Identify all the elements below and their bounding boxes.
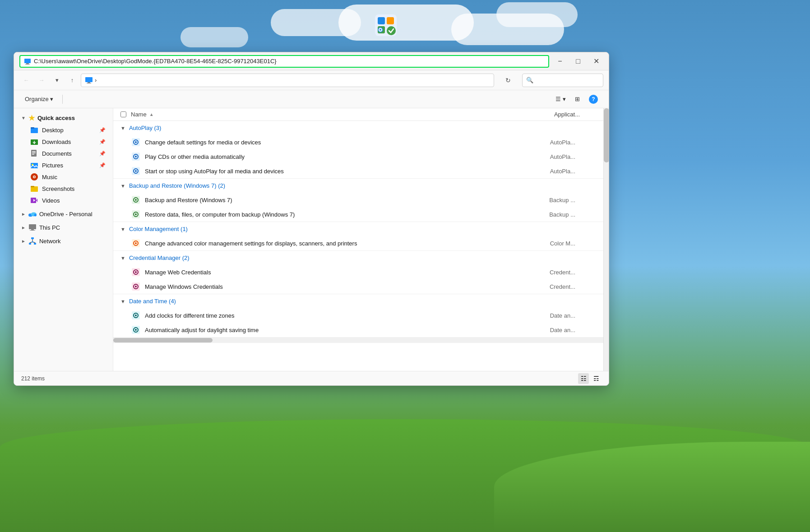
item-label-4-0: Add clocks for different time zones [145, 312, 500, 319]
details-view-icon: ☶ [593, 375, 599, 382]
svg-rect-10 [85, 77, 93, 82]
sidebar-item-documents[interactable]: Documents 📌 [16, 148, 111, 159]
svg-rect-8 [26, 63, 29, 64]
svg-point-69 [135, 315, 137, 316]
svg-point-6 [380, 29, 381, 31]
sidebar-item-pictures[interactable]: Pictures 📌 [16, 159, 111, 171]
history-dropdown-button[interactable]: ▾ [50, 74, 64, 87]
category-item-1-1[interactable]: Restore data, files, or computer from ba… [113, 207, 603, 222]
item-type-1-0: Backup ... [505, 197, 586, 204]
item-label-0-1: Play CDs or other media automatically [145, 153, 500, 160]
videos-icon [30, 196, 38, 204]
item-type-3-1: Credent... [505, 283, 586, 290]
view-options-button[interactable]: ☰ ▾ [552, 93, 569, 106]
svg-rect-33 [29, 224, 36, 229]
category-item-0-1[interactable]: Play CDs or other media automatically Au… [113, 149, 603, 164]
category-item-3-0[interactable]: Manage Web Credentials Credent... [113, 265, 603, 279]
category-header-4[interactable]: ▼ Date and Time (4) [113, 294, 603, 308]
svg-point-54 [135, 199, 137, 201]
refresh-button[interactable]: ↻ [501, 74, 515, 87]
file-list: Name ▲ Applicat... ▼ AutoPlay (3) Change… [113, 108, 603, 371]
sidebar-item-label-pictures: Pictures [42, 162, 63, 169]
sidebar-section-network: ► Network [14, 235, 113, 247]
star-icon: ★ [28, 114, 35, 122]
category-header-3[interactable]: ▼ Credential Manager (2) [113, 251, 603, 265]
item-label-3-0: Manage Web Credentials [145, 269, 500, 276]
forward-button[interactable]: → [35, 74, 48, 87]
item-label-0-2: Start or stop using AutoPlay for all med… [145, 168, 500, 175]
category-item-4-1[interactable]: Automatically adjust for daylight saving… [113, 323, 603, 337]
category-item-1-0[interactable]: Backup and Restore (Windows 7) Backup ..… [113, 193, 603, 207]
item-type-4-0: Date an... [505, 312, 586, 319]
sidebar-item-thispc[interactable]: ► This PC [16, 222, 111, 233]
minimize-button[interactable]: − [553, 55, 567, 68]
vertical-scrollbar-thumb[interactable] [604, 108, 609, 162]
sidebar-item-screenshots[interactable]: Screenshots [16, 183, 111, 194]
category-chevron-2: ▼ [120, 227, 125, 232]
category-item-0-0[interactable]: Change default settings for media or dev… [113, 135, 603, 149]
up-button[interactable]: ↑ [65, 74, 79, 87]
address-bar[interactable]: C:\Users\awawt\OneDrive\Desktop\GodMode.… [19, 55, 549, 68]
vertical-scrollbar-track[interactable] [603, 108, 609, 371]
column-type-label: Applicat... [554, 111, 580, 118]
category-item-0-2[interactable]: Start or stop using AutoPlay for all med… [113, 164, 603, 178]
close-button[interactable]: ✕ [589, 55, 603, 68]
help-button[interactable]: ? [585, 93, 602, 106]
svg-rect-17 [32, 151, 36, 152]
category-header-0[interactable]: ▼ AutoPlay (3) [113, 121, 603, 135]
nav-bar: ← → ▾ ↑ › ↻ [14, 70, 609, 90]
list-view-icon: ☷ [581, 375, 587, 382]
pane-button[interactable]: ⊞ [571, 93, 583, 106]
item-icon-0-1 [131, 152, 140, 161]
back-button[interactable]: ← [19, 74, 33, 87]
title-controls: − □ ✕ [553, 55, 603, 68]
category-item-2-0[interactable]: Change advanced color management setting… [113, 236, 603, 250]
desktop-icon-godmode[interactable] [368, 14, 404, 37]
sidebar-item-network[interactable]: ► Network [16, 235, 111, 247]
item-icon-0-2 [131, 167, 140, 176]
item-icon-3-1 [131, 282, 140, 291]
sidebar-item-music[interactable]: Music [16, 171, 111, 183]
column-name[interactable]: Name ▲ [131, 111, 509, 118]
search-input[interactable] [522, 74, 603, 87]
svg-point-66 [135, 286, 137, 287]
svg-rect-36 [31, 237, 34, 239]
svg-rect-12 [87, 83, 91, 83]
sidebar-header-quickaccess[interactable]: ▼ ★ Quick access [16, 112, 111, 124]
pane-icon: ⊞ [575, 96, 580, 102]
breadcrumb-bar[interactable]: › [81, 74, 494, 87]
sidebar: ▼ ★ Quick access Desktop 📌 [14, 108, 113, 371]
svg-rect-7 [24, 59, 31, 63]
item-icon-1-0 [131, 195, 140, 204]
sidebar-item-label-desktop: Desktop [42, 127, 64, 134]
details-view-button[interactable]: ☶ [591, 373, 602, 384]
sidebar-item-onedrive[interactable]: ► OneDrive - Personal [16, 208, 111, 220]
sidebar-item-desktop[interactable]: Desktop 📌 [16, 124, 111, 136]
title-bar: C:\Users\awawt\OneDrive\Desktop\GodMode.… [14, 52, 609, 70]
maximize-button[interactable]: □ [571, 55, 585, 68]
help-icon: ? [589, 95, 598, 104]
chevron-down-icon: ▼ [21, 116, 26, 120]
svg-rect-18 [32, 153, 36, 153]
sidebar-item-downloads[interactable]: Downloads 📌 [16, 136, 111, 148]
organize-button[interactable]: Organize ▾ [21, 93, 57, 106]
address-text: C:\Users\awawt\OneDrive\Desktop\GodMode.… [34, 58, 277, 65]
sort-ascending-icon: ▲ [149, 112, 154, 117]
select-all-checkbox[interactable] [120, 111, 126, 117]
item-type-0-0: AutoPla... [505, 139, 586, 146]
sidebar-item-videos[interactable]: Videos [16, 194, 111, 206]
item-icon-1-1 [131, 210, 140, 219]
item-icon-2-0 [131, 239, 140, 248]
horizontal-scrollbar[interactable] [113, 338, 603, 343]
category-item-3-1[interactable]: Manage Windows Credentials Credent... [113, 279, 603, 294]
horizontal-scrollbar-thumb[interactable] [113, 338, 213, 342]
item-type-3-0: Credent... [505, 269, 586, 276]
list-view-button[interactable]: ☷ [578, 373, 589, 384]
category-header-1[interactable]: ▼ Backup and Restore (Windows 7) (2) [113, 179, 603, 193]
category-header-2[interactable]: ▼ Color Management (1) [113, 222, 603, 236]
category-item-4-0[interactable]: Add clocks for different time zones Date… [113, 308, 603, 323]
sidebar-section-thispc: ► This PC [14, 222, 113, 233]
svg-point-63 [135, 271, 137, 273]
content-area: ▼ ★ Quick access Desktop 📌 [14, 108, 609, 371]
column-type[interactable]: Applicat... [509, 111, 591, 118]
